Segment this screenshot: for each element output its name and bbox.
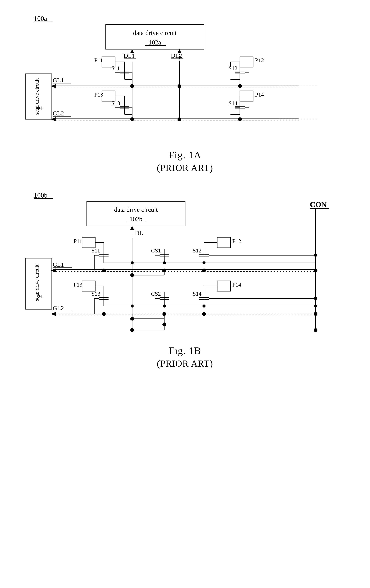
svg-point-139 — [131, 261, 134, 264]
fig1b-con: CON — [310, 200, 327, 209]
fig1b-gl1: GL1 — [53, 261, 64, 268]
fig1a-svg: 100a data drive circuit 102a DL1 DL2 — [15, 11, 355, 144]
svg-point-96 — [202, 269, 206, 272]
svg-point-163 — [314, 304, 317, 307]
fig1a-p13: P13 — [94, 91, 103, 98]
svg-point-143 — [202, 261, 206, 264]
svg-marker-72 — [130, 226, 134, 230]
fig1a-s11: S11 — [111, 65, 120, 71]
fig1b-s14: S14 — [193, 291, 201, 297]
fig1b-ddc-id: 102b — [130, 216, 142, 222]
fig1a-subcaption: (PRIOR ART) — [157, 163, 213, 173]
fig1b-subcaption: (PRIOR ART) — [157, 358, 213, 369]
fig1a-p12: P12 — [255, 57, 264, 63]
fig1b-p14-box — [217, 281, 230, 291]
diagram-container: 100a data drive circuit 102a DL1 DL2 — [15, 11, 355, 369]
fig1b-label: 100b — [34, 191, 48, 199]
fig1a-ddc-id: 102a — [149, 39, 161, 46]
svg-point-44 — [238, 117, 242, 121]
fig1a-caption: Fig. 1A — [169, 149, 201, 161]
svg-point-161 — [314, 254, 317, 257]
fig1b-p14: P14 — [232, 281, 241, 288]
fig1b-p12: P12 — [232, 238, 241, 244]
fig1a-section: 100a data drive circuit 102a DL1 DL2 — [15, 11, 355, 173]
fig1a-dl2: DL2 — [171, 52, 182, 59]
page: 100a data drive circuit 102a DL1 DL2 — [0, 0, 370, 588]
fig1b-section: 100b data drive circuit 102b CON DL — [15, 188, 355, 369]
fig1a-p13-box — [102, 91, 115, 101]
fig1b-dl: DL — [135, 230, 143, 236]
fig1b-s13: S13 — [91, 291, 100, 297]
fig1b-cs2: CS2 — [151, 291, 161, 297]
fig1a-s13: S13 — [111, 100, 120, 106]
fig1b-p13: P13 — [74, 281, 82, 288]
fig1a-ddc-text: data drive circuit — [133, 29, 177, 36]
fig1b-s12: S12 — [193, 247, 201, 254]
svg-point-162 — [314, 297, 317, 300]
fig1a-gl2: GL2 — [53, 110, 64, 117]
fig1a-s14: S14 — [229, 100, 238, 106]
fig1a-s12: S12 — [229, 65, 238, 71]
fig1b-p11: P11 — [74, 238, 82, 244]
fig1b-p12-box — [217, 237, 230, 248]
fig1b-sdc-id: 104 — [35, 293, 42, 299]
fig1a-p14: P14 — [255, 91, 264, 98]
fig1b-ddc-text: data drive circuit — [114, 206, 158, 213]
fig1b-p11-box — [82, 237, 95, 248]
fig1a-sdc-id: 104 — [35, 105, 42, 111]
fig1b-svg: 100b data drive circuit 102b CON DL — [15, 188, 355, 339]
fig1b-cs1: CS1 — [151, 247, 161, 254]
svg-point-94 — [102, 269, 106, 272]
svg-point-121 — [102, 312, 106, 316]
fig1a-gl1: GL1 — [53, 77, 64, 84]
fig1b-gl2: GL2 — [53, 305, 64, 312]
fig1a-dl1: DL1 — [124, 52, 135, 59]
fig1b-caption: Fig. 1B — [169, 345, 201, 356]
svg-marker-120 — [51, 312, 56, 316]
fig1a-label: 100a — [34, 15, 47, 22]
svg-point-37 — [238, 84, 242, 88]
svg-point-141 — [163, 261, 166, 264]
fig1a-p12-box — [240, 57, 253, 67]
fig1a-p14-box — [240, 91, 253, 101]
fig1a-p11: P11 — [94, 57, 103, 63]
svg-point-123 — [202, 312, 206, 316]
svg-point-97 — [314, 269, 318, 272]
fig1b-p13-box — [82, 281, 95, 291]
fig1b-s11: S11 — [91, 247, 100, 254]
